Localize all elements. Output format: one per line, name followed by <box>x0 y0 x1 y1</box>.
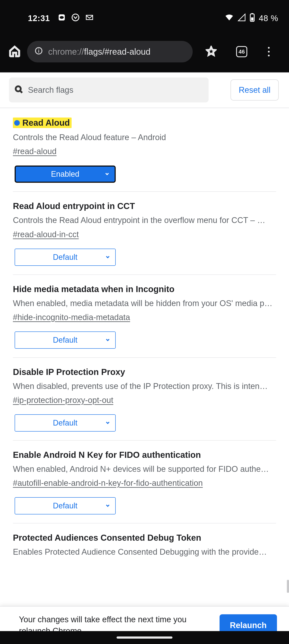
url-text: chrome://flags/#read-aloud <box>48 47 151 56</box>
search-input[interactable] <box>28 86 203 95</box>
search-row: Reset all <box>0 73 289 108</box>
overflow-menu-button[interactable] <box>267 46 271 58</box>
svg-point-2 <box>72 14 79 21</box>
flag-anchor-link[interactable]: #hide-incognito-media-metadata <box>13 313 130 322</box>
chevron-down-icon <box>104 170 110 179</box>
tab-count: 46 <box>239 48 245 55</box>
flag-item: Hide media metadata when in Incognito Wh… <box>13 275 276 358</box>
svg-point-1 <box>60 16 64 19</box>
status-right: 48 % <box>225 13 278 24</box>
flag-description: Controls the Read Aloud entrypoint in th… <box>13 215 276 226</box>
battery-icon <box>250 13 255 24</box>
flag-select[interactable]: Default <box>15 414 116 432</box>
flag-anchor-link[interactable]: #read-aloud <box>13 147 56 156</box>
flag-title: Read Aloud entrypoint in CCT <box>13 201 135 211</box>
svg-point-9 <box>16 86 21 91</box>
flag-description: When enabled, media metadata will be hid… <box>13 298 276 309</box>
flag-description: When disabled, prevents use of the IP Pr… <box>13 381 276 392</box>
status-left: 12:31 <box>28 13 94 24</box>
tab-switcher-button[interactable]: 46 <box>236 46 247 57</box>
device-chrome-region: 12:31 48 % <box>0 0 289 72</box>
chevron-down-icon <box>105 336 110 344</box>
url-bar[interactable]: chrome://flags/#read-aloud <box>27 41 193 62</box>
home-button[interactable] <box>8 45 21 58</box>
notif-sync-icon <box>71 13 80 24</box>
flags-page: Reset all Read Aloud Controls the Read A… <box>0 72 289 558</box>
flag-item: Read Aloud entrypoint in CCT Controls th… <box>13 192 276 275</box>
status-clock: 12:31 <box>28 14 50 23</box>
url-fragment: #read-aloud <box>104 47 151 56</box>
chevron-down-icon <box>105 501 110 510</box>
flag-select[interactable]: Enabled <box>15 166 116 183</box>
flag-title: Read Aloud <box>22 118 70 128</box>
flag-select[interactable]: Default <box>15 332 116 349</box>
svg-rect-8 <box>38 49 39 49</box>
status-bar: 12:31 48 % <box>0 11 289 26</box>
flag-select-value: Default <box>53 501 77 510</box>
flag-item: Disable IP Protection Proxy When disable… <box>13 358 276 440</box>
svg-rect-4 <box>252 13 253 14</box>
gesture-pill[interactable] <box>117 636 172 638</box>
modified-dot-icon <box>14 120 20 126</box>
url-scheme: chrome:// <box>48 47 84 56</box>
scrollbar-thumb[interactable] <box>287 580 289 593</box>
flag-select-value: Default <box>53 253 77 262</box>
flag-select-value: Default <box>53 418 77 428</box>
flag-item: Enable Android N Key for FIDO authentica… <box>13 440 276 524</box>
flag-item: Read Aloud Controls the Read Aloud featu… <box>13 108 276 192</box>
notif-gmail-icon <box>85 13 94 24</box>
reset-all-button[interactable]: Reset all <box>231 80 279 100</box>
flag-select[interactable]: Default <box>15 248 116 266</box>
chevron-down-icon <box>105 418 110 428</box>
browser-toolbar: chrome://flags/#read-aloud 46 <box>0 39 289 64</box>
url-host: flags/ <box>84 47 105 56</box>
bookmark-button[interactable] <box>206 46 217 58</box>
battery-percent: 48 % <box>259 14 278 23</box>
flag-title-highlighted: Read Aloud <box>13 118 72 128</box>
flag-select-value: Default <box>53 336 77 344</box>
flag-description: Enables Protected Audience Consented Deb… <box>13 546 276 558</box>
flag-title: Disable IP Protection Proxy <box>13 367 125 377</box>
flag-title: Hide media metadata when in Incognito <box>13 284 174 294</box>
svg-rect-7 <box>38 50 39 52</box>
chevron-down-icon <box>105 253 110 262</box>
notif-app-icon <box>58 13 66 24</box>
flag-anchor-link[interactable]: #autofill-enable-android-n-key-for-fido-… <box>13 478 203 488</box>
wifi-icon <box>225 13 234 24</box>
flag-anchor-link[interactable]: #read-aloud-in-cct <box>13 230 79 239</box>
flag-description: When enabled, Android N+ devices will be… <box>13 464 276 474</box>
search-icon <box>15 85 23 95</box>
flag-anchor-link[interactable]: #ip-protection-proxy-opt-out <box>13 396 113 405</box>
flag-select-value: Enabled <box>51 170 79 179</box>
flag-title: Protected Audiences Consented Debug Toke… <box>13 533 201 542</box>
search-box[interactable] <box>9 78 209 102</box>
flag-select[interactable]: Default <box>15 497 116 514</box>
flags-list: Read Aloud Controls the Read Aloud featu… <box>0 108 289 558</box>
flag-item: Protected Audiences Consented Debug Toke… <box>13 524 276 558</box>
flag-title: Enable Android N Key for FIDO authentica… <box>13 450 201 460</box>
signal-icon <box>238 13 246 24</box>
site-info-icon[interactable] <box>34 46 43 57</box>
flag-description: Controls the Read Aloud feature – Androi… <box>13 132 276 143</box>
system-navigation-bar <box>0 631 289 644</box>
svg-rect-5 <box>251 18 254 21</box>
